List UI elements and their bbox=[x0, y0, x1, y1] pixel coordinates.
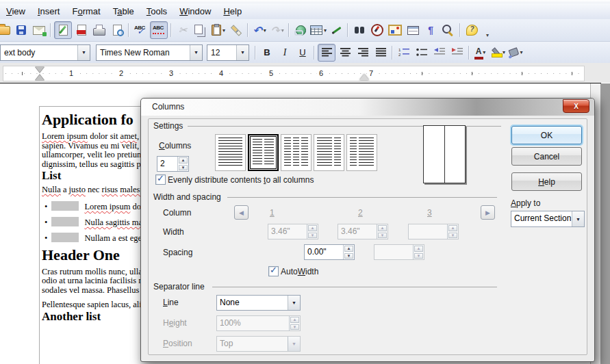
numbered-list-icon: 12 bbox=[398, 48, 409, 57]
clone-formatting-button[interactable] bbox=[228, 22, 244, 38]
preset-left-wide[interactable] bbox=[314, 134, 344, 171]
ruler-number: 6 bbox=[317, 68, 325, 79]
print-icon bbox=[93, 28, 105, 36]
help-button[interactable]: Help bbox=[511, 172, 582, 191]
menu-insert[interactable]: Insert bbox=[31, 5, 66, 18]
distribute-checkbox[interactable] bbox=[155, 174, 166, 185]
autowidth-checkbox[interactable] bbox=[268, 266, 279, 276]
copy-button[interactable] bbox=[192, 22, 209, 38]
next-column-button[interactable]: ▶ bbox=[481, 205, 495, 220]
cancel-button[interactable]: Cancel bbox=[511, 147, 582, 166]
menu-help[interactable]: Help bbox=[217, 5, 248, 18]
toolbar-separator bbox=[459, 23, 461, 37]
menu-table[interactable]: Table bbox=[107, 5, 140, 18]
ruler-row: 1 2 3 4 5 6 7 bbox=[0, 63, 610, 83]
align-center-button[interactable] bbox=[337, 44, 353, 61]
right-indent-marker[interactable] bbox=[359, 74, 369, 80]
toolbar-separator bbox=[170, 23, 172, 37]
background-color-button[interactable] bbox=[508, 44, 524, 61]
spinner-buttons bbox=[413, 245, 424, 259]
indent-marker[interactable] bbox=[35, 66, 45, 81]
bullet-list-button[interactable] bbox=[414, 44, 430, 61]
insert-table-button[interactable] bbox=[310, 22, 327, 38]
preset-right-wide[interactable] bbox=[346, 134, 377, 171]
draw-functions-button[interactable] bbox=[328, 22, 344, 38]
chevron-down-icon[interactable] bbox=[572, 211, 584, 226]
width-row-label: Width bbox=[163, 227, 184, 237]
formatting-marks-button[interactable] bbox=[422, 22, 439, 38]
background-color-icon bbox=[509, 47, 520, 57]
spinner-buttons[interactable] bbox=[343, 245, 354, 259]
paragraph-style-value: ext body bbox=[1, 48, 77, 57]
apply-to-select[interactable]: Current Section bbox=[511, 211, 585, 227]
chevron-down-icon[interactable] bbox=[190, 45, 202, 60]
gray-field-placeholder bbox=[51, 201, 79, 211]
menu-window[interactable]: Window bbox=[173, 5, 217, 18]
settings-group-label: Settings bbox=[153, 121, 183, 131]
preset-two-columns[interactable] bbox=[248, 134, 279, 171]
line-style-select[interactable]: None bbox=[216, 295, 301, 311]
hyperlink-button[interactable] bbox=[292, 22, 309, 38]
dialog-titlebar[interactable]: Columns bbox=[141, 99, 594, 116]
chevron-down-icon[interactable] bbox=[77, 45, 90, 60]
align-right-button[interactable] bbox=[355, 44, 371, 61]
increase-indent-button[interactable] bbox=[449, 44, 466, 61]
italic-button[interactable]: I bbox=[277, 44, 293, 61]
bullet-list-icon bbox=[416, 48, 427, 57]
export-pdf-icon bbox=[77, 25, 86, 36]
justify-button[interactable] bbox=[372, 44, 389, 61]
email-button[interactable] bbox=[31, 22, 47, 38]
data-sources-button[interactable] bbox=[405, 22, 421, 38]
data-sources-icon bbox=[407, 26, 419, 35]
export-pdf-button[interactable] bbox=[73, 22, 90, 38]
previous-column-button[interactable]: ◀ bbox=[234, 205, 249, 220]
paragraph-style-select[interactable]: ext body bbox=[0, 44, 90, 61]
edit-file-icon bbox=[59, 25, 68, 36]
decrease-indent-button[interactable] bbox=[431, 44, 448, 61]
underline-button[interactable]: U bbox=[294, 44, 311, 61]
zoom-button[interactable] bbox=[440, 22, 457, 38]
toolbar-options-button[interactable] bbox=[483, 22, 492, 38]
menu-tools[interactable]: Tools bbox=[140, 5, 173, 18]
chevron-down-icon[interactable] bbox=[236, 45, 249, 60]
columns-count-input[interactable]: 2 bbox=[157, 156, 189, 172]
align-left-button[interactable] bbox=[318, 44, 335, 62]
numbered-list-button[interactable]: 12 bbox=[396, 44, 412, 61]
page-preview-button[interactable] bbox=[109, 22, 125, 38]
toolbar-separator bbox=[50, 23, 51, 37]
undo-button[interactable] bbox=[251, 22, 268, 38]
chevron-down-icon[interactable] bbox=[288, 296, 300, 310]
decrease-indent-icon bbox=[434, 48, 445, 57]
preset-one-column[interactable] bbox=[215, 134, 246, 171]
gallery-button[interactable] bbox=[387, 22, 403, 38]
spinner-buttons[interactable] bbox=[177, 157, 188, 171]
print-button[interactable] bbox=[91, 22, 107, 38]
font-name-select[interactable]: Times New Roman bbox=[96, 44, 203, 61]
save-button[interactable] bbox=[13, 22, 29, 38]
preset-three-columns[interactable] bbox=[281, 134, 312, 171]
font-size-select[interactable]: 12 bbox=[207, 44, 249, 61]
apply-to-label: Apply to bbox=[511, 198, 540, 208]
bold-button[interactable]: B bbox=[259, 44, 275, 61]
paste-button[interactable] bbox=[210, 22, 227, 38]
toolbar-separator bbox=[392, 46, 393, 60]
open-button[interactable] bbox=[0, 22, 12, 38]
edit-file-button[interactable] bbox=[54, 21, 72, 39]
highlighting-button[interactable] bbox=[490, 44, 507, 61]
position-label: Position bbox=[163, 339, 192, 348]
font-color-button[interactable]: A bbox=[472, 44, 489, 61]
spacing-input-1[interactable]: 0.00" bbox=[304, 244, 355, 260]
gallery-icon bbox=[388, 25, 402, 36]
find-replace-button[interactable] bbox=[351, 22, 368, 38]
spelling-button[interactable] bbox=[132, 22, 149, 38]
menu-view[interactable]: View bbox=[0, 5, 31, 18]
dialog-close-button[interactable]: X bbox=[563, 99, 589, 113]
horizontal-ruler[interactable]: 1 2 3 4 5 6 7 bbox=[3, 66, 585, 81]
help-button-toolbar[interactable] bbox=[463, 22, 480, 38]
separator-group-label: Separator line bbox=[153, 282, 205, 291]
page-preview-icon bbox=[113, 25, 122, 36]
menu-format[interactable]: Format bbox=[66, 5, 106, 18]
ok-button[interactable]: OK bbox=[511, 126, 582, 144]
auto-spellcheck-button[interactable] bbox=[150, 21, 168, 39]
navigator-button[interactable] bbox=[369, 22, 385, 38]
